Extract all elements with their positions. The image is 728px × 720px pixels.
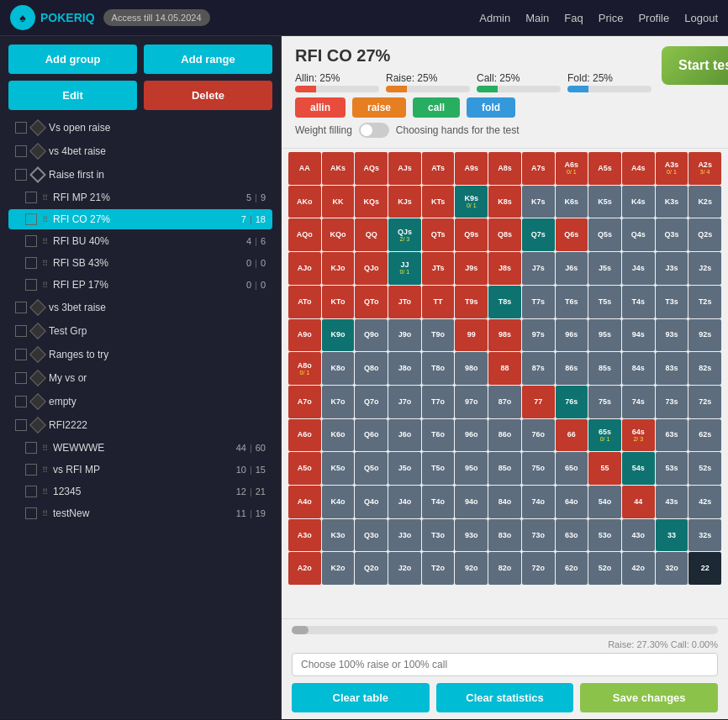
hand-cell[interactable]: 73s <box>656 386 688 418</box>
hand-cell[interactable]: Q6s <box>556 218 588 251</box>
hand-cell[interactable]: 92o <box>455 552 488 585</box>
hand-cell[interactable]: J3s <box>656 252 688 285</box>
hand-cell[interactable]: A5s <box>588 152 621 185</box>
hand-cell[interactable]: AQs <box>355 152 388 185</box>
checkbox-rfi-ep[interactable] <box>25 279 37 291</box>
delete-button[interactable]: Delete <box>144 81 272 110</box>
sidebar-item-my-vs-or[interactable]: My vs or <box>8 367 272 389</box>
hand-cell[interactable]: 85o <box>488 452 521 485</box>
hand-cell[interactable]: Q4s <box>622 218 655 251</box>
hand-cell[interactable]: J8o <box>388 352 421 385</box>
checkbox-wewwwe[interactable] <box>25 442 37 454</box>
hand-cell[interactable]: 65s0/ 1 <box>588 419 621 452</box>
hand-cell[interactable]: 84o <box>488 486 521 518</box>
hand-cell[interactable]: 72o <box>522 552 555 585</box>
hand-cell[interactable]: JJ0/ 1 <box>388 252 421 285</box>
checkbox-vs-rfi-mp[interactable] <box>25 464 37 476</box>
raise-button[interactable]: raise <box>352 97 406 118</box>
hand-cell[interactable]: Q7o <box>355 386 388 418</box>
hand-cell[interactable]: T7o <box>422 386 455 418</box>
call-button[interactable]: call <box>413 97 460 118</box>
fold-button[interactable]: fold <box>467 97 515 118</box>
hand-cell[interactable]: K9s0/ 1 <box>455 186 488 218</box>
checkbox-12345[interactable] <box>25 486 37 497</box>
hand-cell[interactable]: QJo <box>355 252 388 285</box>
sidebar-item-rfi2222[interactable]: RFI2222 <box>8 414 272 436</box>
hand-cell[interactable]: 22 <box>688 552 721 585</box>
sidebar-item-empty[interactable]: empty <box>8 391 272 413</box>
add-range-button[interactable]: Add range <box>144 45 272 74</box>
sidebar-item-rfi-co[interactable]: ⠿ RFI CO 27% 7|18 <box>8 209 272 229</box>
nav-profile[interactable]: Profile <box>638 12 669 24</box>
hand-cell[interactable]: 82s <box>688 352 721 385</box>
sidebar-item-vs-rfi-mp[interactable]: ⠿ vs RFI MP 10|15 <box>8 460 272 480</box>
hand-cell[interactable]: 64s2/ 3 <box>622 419 655 452</box>
sidebar-item-wewwwe[interactable]: ⠿ WEWWWE 44|60 <box>8 438 272 458</box>
hand-cell[interactable]: 96s <box>556 319 588 352</box>
hand-cell[interactable]: QTo <box>355 286 388 318</box>
hand-cell[interactable]: T2o <box>422 552 455 585</box>
hand-cell[interactable]: 77 <box>522 386 555 418</box>
sidebar-item-rfi-mp[interactable]: ⠿ RFI MP 21% 5|9 <box>8 187 272 208</box>
hand-cell[interactable]: J7o <box>388 386 421 418</box>
hand-cell[interactable]: T3s <box>656 286 688 318</box>
nav-admin[interactable]: Admin <box>479 12 510 24</box>
hand-cell[interactable]: 72s <box>688 386 721 418</box>
hand-cell[interactable]: 63s <box>656 419 688 452</box>
hand-cell[interactable]: Q6o <box>355 419 388 452</box>
hand-cell[interactable]: T9o <box>422 319 455 352</box>
hand-cell[interactable]: 76o <box>522 419 555 452</box>
hand-cell[interactable]: T8o <box>422 352 455 385</box>
checkbox-rfi-mp[interactable] <box>25 192 37 203</box>
hand-cell[interactable]: K9o <box>322 319 355 352</box>
hand-cell[interactable]: Q3s <box>656 218 688 251</box>
hand-cell[interactable]: KQo <box>322 218 355 251</box>
hand-cell[interactable]: 44 <box>622 486 655 518</box>
hand-cell[interactable]: Q7s <box>522 218 555 251</box>
hand-cell[interactable]: 93s <box>656 319 688 352</box>
hand-cell[interactable]: AQo <box>288 218 321 251</box>
hand-cell[interactable]: K4s <box>622 186 655 218</box>
hand-cell[interactable]: K5s <box>588 186 621 218</box>
checkbox-vs-4bet[interactable] <box>15 145 27 157</box>
checkbox-vs-open-raise[interactable] <box>15 122 27 134</box>
hand-cell[interactable]: AJo <box>288 252 321 285</box>
hand-cell[interactable]: 94s <box>622 319 655 352</box>
hand-cell[interactable]: K7s <box>522 186 555 218</box>
hand-cell[interactable]: 42s <box>688 486 721 518</box>
hand-cell[interactable]: 93o <box>455 519 488 552</box>
hand-cell[interactable]: 75o <box>522 452 555 485</box>
hand-cell[interactable]: Q3o <box>355 519 388 552</box>
hand-cell[interactable]: Q5o <box>355 452 388 485</box>
hand-cell[interactable]: 53s <box>656 452 688 485</box>
hand-cell[interactable]: K3o <box>322 519 355 552</box>
start-test-button[interactable]: Start test <box>662 46 728 85</box>
hand-cell[interactable]: 62o <box>556 552 588 585</box>
hand-cell[interactable]: J3o <box>388 519 421 552</box>
hand-cell[interactable]: 33 <box>656 519 688 552</box>
hand-cell[interactable]: J5s <box>588 252 621 285</box>
hand-cell[interactable]: TT <box>422 286 455 318</box>
hand-cell[interactable]: T9s <box>455 286 488 318</box>
hand-cell[interactable]: K7o <box>322 386 355 418</box>
sidebar-item-rfi-sb[interactable]: ⠿ RFI SB 43% 0|0 <box>8 253 272 273</box>
sidebar-item-vs-4bet-raise[interactable]: vs 4bet raise <box>8 140 272 162</box>
hand-cell[interactable]: T5o <box>422 452 455 485</box>
checkbox-vs-3bet[interactable] <box>15 302 27 313</box>
hand-cell[interactable]: K2o <box>322 552 355 585</box>
hand-cell[interactable]: 52s <box>688 452 721 485</box>
checkbox-rfi[interactable] <box>15 169 27 181</box>
hand-cell[interactable]: T5s <box>588 286 621 318</box>
hand-cell[interactable]: A3s0/ 1 <box>656 152 688 185</box>
hand-cell[interactable]: K3s <box>656 186 688 218</box>
allin-button[interactable]: allin <box>295 97 346 118</box>
hand-cell[interactable]: AKs <box>322 152 355 185</box>
hand-cell[interactable]: K2s <box>688 186 721 218</box>
checkbox-rfi-sb[interactable] <box>25 257 37 269</box>
hand-cell[interactable]: AKo <box>288 186 321 218</box>
hand-cell[interactable]: T4s <box>622 286 655 318</box>
hand-cell[interactable]: 92s <box>688 319 721 352</box>
hand-cell[interactable]: J2o <box>388 552 421 585</box>
clear-table-button[interactable]: Clear table <box>292 683 430 712</box>
hand-cell[interactable]: ATs <box>422 152 455 185</box>
